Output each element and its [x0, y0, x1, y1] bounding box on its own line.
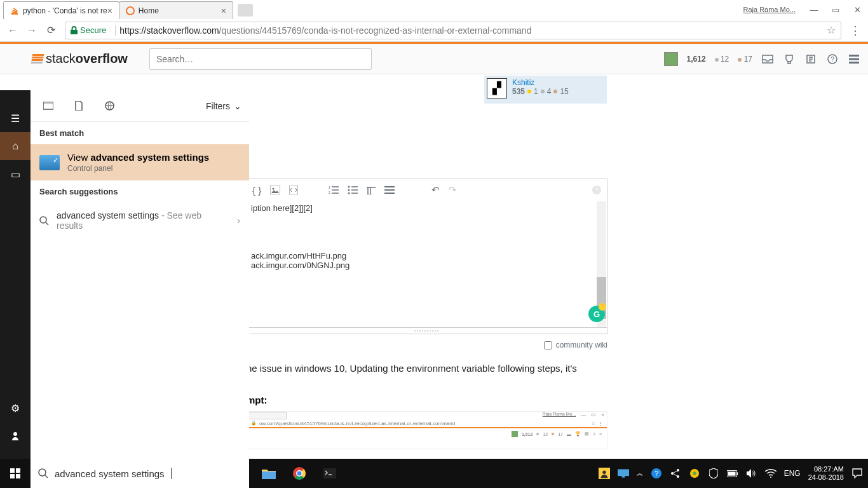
tray-wifi-icon[interactable] — [765, 468, 776, 479]
tray-antivirus-icon[interactable] — [689, 468, 700, 479]
start-button[interactable] — [0, 459, 31, 488]
tray-date: 24-08-2018 — [808, 473, 844, 482]
minimize-button[interactable]: — — [803, 1, 825, 18]
answer-body-text: ne issue in windows 10, Updating the env… — [247, 362, 577, 375]
tray-chevron-up-icon[interactable]: ︽ — [637, 469, 643, 478]
documents-scope-icon[interactable] — [69, 98, 89, 114]
review-icon[interactable] — [804, 53, 817, 65]
editor-resize-grip[interactable] — [247, 327, 607, 334]
svg-point-26 — [602, 471, 606, 474]
chevron-right-icon: › — [237, 215, 240, 226]
feedback-icon[interactable] — [0, 422, 31, 450]
search-results-panel: Filters ⌄ Best match View advanced syste… — [31, 90, 249, 488]
svg-rect-38 — [728, 471, 736, 475]
separator — [115, 25, 116, 36]
settings-icon[interactable]: ⚙ — [0, 394, 31, 422]
stackoverflow-logo[interactable]: stackoverflow — [32, 51, 128, 66]
web-scope-icon[interactable] — [99, 98, 119, 114]
reputation[interactable]: 1,612 — [687, 55, 706, 64]
svg-point-0 — [126, 7, 134, 15]
chrome-app[interactable] — [285, 459, 314, 488]
tray-help-icon[interactable]: ? — [651, 468, 662, 479]
answer-user-badge[interactable]: ▞ Kshitiz 535 1 4 15 — [484, 76, 607, 104]
close-tab-icon[interactable]: × — [221, 6, 226, 16]
taskbar-search-input[interactable]: advanced system settings — [31, 459, 249, 488]
system-tray: ︽ ? ENG 08:27:AM 24-08-2018 — [599, 459, 868, 488]
editor-textarea[interactable]: iption here][2]][2] ack.imgur.com/HtHFu.… — [247, 201, 607, 328]
tray-defender-icon[interactable] — [708, 468, 719, 479]
svg-text:2: 2 — [329, 191, 330, 194]
taskbar-apps — [254, 459, 344, 488]
documents-scope-icon[interactable]: ▭ — [0, 160, 31, 188]
user-avatar[interactable] — [664, 52, 678, 66]
svg-point-8 — [348, 186, 350, 188]
windows-taskbar: advanced system settings ︽ ? ENG 08:27:A… — [0, 459, 868, 488]
hamburger-icon[interactable]: ☰ — [0, 104, 31, 132]
tray-share-icon[interactable] — [670, 468, 681, 479]
answerer-name[interactable]: Kshitiz — [512, 78, 569, 87]
grammarly-badge-icon — [599, 303, 606, 311]
ordered-list-icon[interactable]: 12 — [329, 186, 339, 194]
image-icon[interactable] — [270, 186, 280, 194]
secure-label: Secure — [80, 25, 106, 35]
omnibox[interactable]: Secure https://stackoverflow.com/questio… — [65, 22, 841, 39]
inbox-icon[interactable] — [761, 53, 774, 65]
site-switcher-icon[interactable] — [848, 53, 860, 65]
tab-title: Home — [139, 6, 159, 15]
tray-people-icon[interactable] — [599, 468, 610, 479]
tray-monitor-icon[interactable] — [618, 468, 629, 479]
tray-language[interactable]: ENG — [784, 469, 801, 478]
help-icon[interactable]: ? — [826, 53, 839, 65]
answerer-avatar-icon: ▞ — [487, 78, 507, 98]
filters-dropdown[interactable]: Filters ⌄ — [206, 101, 241, 111]
file-explorer-app[interactable] — [254, 459, 283, 488]
terminal-app[interactable] — [315, 459, 344, 488]
answerer-rep: 535 1 4 15 — [512, 87, 569, 96]
search-suggestion[interactable]: advanced system settings - See web resul… — [31, 203, 249, 238]
windows-search-panel: ☰ ⌂ ▭ ⚙ Filters ⌄ Best match View advanc… — [0, 90, 249, 488]
new-tab-button[interactable] — [238, 4, 253, 17]
hr-icon[interactable] — [384, 186, 395, 194]
best-match-result[interactable]: View advanced system settings Control pa… — [31, 144, 249, 180]
close-window-button[interactable]: ✕ — [846, 1, 868, 18]
browser-tab-0[interactable]: python - 'Conda' is not re × — [3, 1, 119, 19]
svg-rect-27 — [618, 469, 629, 476]
bronze-badges: 17 — [738, 55, 752, 64]
editor-help-icon[interactable]: ? — [592, 185, 602, 195]
editor-toolbar: { } 12 ↶ ↷ ? — [247, 179, 607, 201]
browser-tab-1[interactable]: Home × — [119, 1, 233, 19]
heading-icon[interactable] — [367, 186, 376, 194]
achievements-icon[interactable] — [783, 53, 796, 65]
best-match-label: Best match — [31, 122, 249, 144]
chrome-user[interactable]: Raja Rama Mo... — [743, 6, 796, 13]
undo-icon[interactable]: ↶ — [431, 184, 440, 196]
apps-scope-icon[interactable] — [38, 98, 58, 114]
svg-text:?: ? — [654, 470, 658, 477]
code-block-icon[interactable]: { } — [252, 185, 261, 196]
bookmark-icon[interactable]: ☆ — [827, 24, 836, 36]
search-icon — [39, 216, 49, 226]
svg-text:1: 1 — [329, 186, 330, 189]
chrome-menu-button[interactable]: ⋮ — [846, 24, 864, 37]
tray-time: 08:27:AM — [808, 465, 844, 473]
community-wiki-checkbox[interactable] — [544, 341, 552, 349]
maximize-button[interactable]: ▭ — [825, 1, 846, 18]
tray-volume-icon[interactable] — [746, 468, 757, 479]
redo-icon: ↷ — [449, 184, 457, 196]
community-wiki-label: community wiki — [556, 341, 607, 349]
reload-button[interactable]: ⟳ — [42, 22, 60, 39]
snippet-icon[interactable] — [289, 186, 298, 194]
search-suggestions-label: Search suggestions — [31, 180, 249, 203]
home-icon[interactable]: ⌂ — [0, 132, 31, 160]
close-tab-icon[interactable]: × — [107, 6, 112, 16]
back-button[interactable]: ← — [4, 22, 22, 39]
filters-label: Filters — [206, 101, 230, 111]
tray-clock[interactable]: 08:27:AM 24-08-2018 — [808, 465, 844, 482]
tray-battery-icon[interactable] — [727, 468, 738, 479]
tray-notifications-icon[interactable] — [851, 468, 863, 479]
svg-point-17 — [40, 217, 46, 223]
search-rail: ☰ ⌂ ▭ ⚙ — [0, 90, 31, 488]
unordered-list-icon[interactable] — [348, 186, 358, 194]
stackoverflow-search-input[interactable] — [149, 48, 372, 70]
svg-rect-37 — [736, 472, 738, 475]
